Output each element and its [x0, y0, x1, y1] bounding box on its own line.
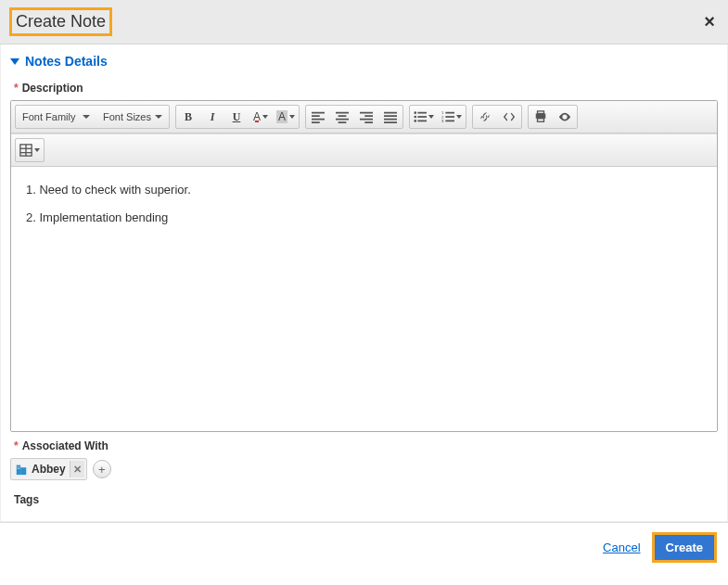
svg-rect-19	[417, 116, 427, 118]
svg-rect-35	[17, 465, 20, 476]
chip-remove-icon[interactable]: ✕	[70, 461, 84, 477]
italic-button[interactable]: I	[201, 107, 224, 127]
svg-text:3: 3	[441, 119, 444, 123]
close-icon[interactable]: ×	[700, 11, 719, 32]
font-size-dropdown[interactable]: Font Sizes	[97, 107, 168, 127]
list-item: Need to check with superior.	[26, 178, 704, 202]
required-asterisk: *	[14, 439, 19, 452]
bullet-list-button[interactable]	[411, 107, 437, 127]
section-header[interactable]: Notes Details	[10, 54, 718, 69]
svg-rect-10	[360, 119, 373, 121]
svg-rect-7	[338, 121, 347, 123]
caret-down-icon	[155, 115, 162, 119]
svg-rect-37	[18, 466, 19, 467]
dialog-body: Notes Details *Description Font Family F…	[0, 45, 728, 522]
number-list-button[interactable]: 123	[439, 107, 465, 127]
preview-button[interactable]	[554, 107, 576, 127]
svg-rect-11	[364, 121, 373, 123]
toolbar-font-group: Font Family Font Sizes	[15, 105, 170, 129]
description-label-text: Description	[22, 82, 83, 95]
svg-rect-27	[445, 121, 454, 122]
align-left-button[interactable]	[307, 107, 329, 127]
svg-rect-13	[384, 115, 397, 117]
editor-content-area[interactable]: Need to check with superior. Implementat…	[11, 167, 717, 431]
table-button[interactable]	[17, 140, 43, 160]
svg-rect-1	[312, 115, 320, 117]
caret-down-icon	[456, 115, 462, 119]
create-button[interactable]: Create	[652, 532, 717, 563]
chip-label: Abbey	[32, 463, 66, 476]
print-button[interactable]	[530, 107, 552, 127]
svg-rect-29	[536, 114, 546, 119]
font-family-dropdown[interactable]: Font Family	[17, 107, 96, 127]
align-center-button[interactable]	[331, 107, 353, 127]
bold-button[interactable]: B	[177, 107, 199, 127]
required-asterisk: *	[14, 82, 19, 95]
toolbar-insert-group	[472, 105, 522, 129]
svg-rect-8	[360, 112, 373, 114]
toolbar-list-group: 123	[409, 105, 466, 129]
svg-rect-3	[312, 121, 320, 123]
svg-rect-2	[312, 119, 325, 121]
svg-rect-6	[336, 119, 349, 121]
dialog-header: Create Note ×	[0, 0, 728, 45]
description-label: *Description	[14, 82, 718, 95]
font-size-label: Font Sizes	[103, 111, 151, 122]
dialog-footer: Cancel Create	[0, 522, 728, 572]
code-button[interactable]	[498, 107, 520, 127]
svg-rect-28	[537, 111, 543, 114]
svg-point-20	[414, 120, 416, 122]
svg-rect-12	[384, 112, 397, 114]
svg-rect-23	[445, 112, 454, 114]
caret-down-icon	[289, 115, 295, 119]
text-color-button[interactable]: A	[249, 107, 272, 127]
svg-rect-36	[20, 467, 26, 475]
associated-with-label: *Associated With	[14, 439, 718, 452]
editor-toolbar: Font Family Font Sizes B I U A A 123	[11, 101, 717, 134]
svg-rect-4	[336, 112, 349, 114]
associated-with-row: Abbey ✕ +	[10, 458, 718, 480]
list-item: Implementation bending	[26, 206, 704, 230]
svg-rect-9	[364, 115, 373, 117]
associated-with-text: Associated With	[22, 439, 109, 452]
toolbar-table-group	[15, 138, 45, 162]
toolbar-view-group	[528, 105, 578, 129]
toolbar-format-group: B I U A A	[175, 105, 300, 129]
editor-toolbar-row2	[11, 134, 717, 167]
tags-label: Tags	[14, 493, 718, 506]
underline-button[interactable]: U	[225, 107, 248, 127]
align-justify-button[interactable]	[379, 107, 402, 127]
caret-down-icon	[34, 148, 40, 152]
link-button[interactable]	[474, 107, 496, 127]
font-family-label: Font Family	[22, 111, 75, 122]
toolbar-align-group	[305, 105, 403, 129]
svg-point-16	[414, 111, 416, 114]
add-association-button[interactable]: +	[93, 460, 111, 478]
svg-rect-38	[19, 466, 19, 467]
svg-rect-21	[417, 121, 427, 122]
svg-rect-25	[445, 116, 454, 118]
cancel-link[interactable]: Cancel	[603, 540, 640, 554]
associated-chip[interactable]: Abbey ✕	[10, 458, 87, 480]
svg-rect-40	[19, 468, 19, 469]
editor-ordered-list: Need to check with superior. Implementat…	[24, 178, 704, 230]
svg-point-18	[414, 116, 416, 119]
caret-down-icon	[428, 115, 434, 119]
chevron-down-icon	[10, 58, 19, 65]
dialog-title: Create Note	[9, 7, 112, 36]
building-icon	[15, 463, 28, 476]
bg-color-button[interactable]: A	[274, 107, 298, 127]
rich-text-editor: Font Family Font Sizes B I U A A 123	[10, 100, 718, 432]
svg-rect-5	[338, 115, 347, 117]
svg-rect-30	[537, 119, 543, 122]
caret-down-icon	[83, 115, 90, 119]
caret-down-icon	[262, 115, 268, 119]
align-right-button[interactable]	[355, 107, 377, 127]
svg-rect-0	[312, 112, 325, 114]
svg-rect-17	[417, 112, 427, 114]
svg-rect-39	[18, 468, 19, 469]
svg-rect-14	[384, 119, 397, 121]
section-title: Notes Details	[25, 54, 108, 69]
svg-rect-15	[384, 121, 397, 123]
